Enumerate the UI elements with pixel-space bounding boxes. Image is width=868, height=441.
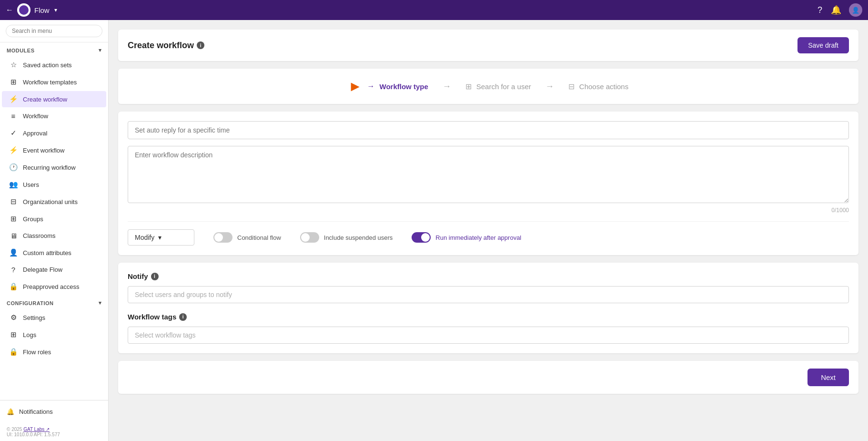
workflow-description-textarea[interactable]	[128, 146, 849, 203]
step-choose-actions[interactable]: ⊟ Choose actions	[568, 82, 628, 91]
delegate-flow-icon: ?	[9, 266, 18, 274]
sidebar-item-flow-roles[interactable]: 🔒 Flow roles	[2, 344, 106, 360]
sidebar-item-label: Settings	[23, 314, 45, 321]
configuration-collapse-icon[interactable]: ▾	[99, 300, 102, 306]
page-header: Create workflow i Save draft	[118, 30, 858, 61]
include-suspended-label: Include suspended users	[324, 234, 393, 241]
step2-icon: ⊞	[465, 82, 472, 91]
workflow-tags-section: Workflow tags i Select workflow tags	[128, 313, 849, 344]
sidebar-item-label: Approval	[23, 130, 47, 137]
step-arrow-1: →	[443, 82, 451, 92]
run-immediately-toggle-group: Run immediately after approval	[412, 232, 521, 243]
sidebar-item-label: Groups	[23, 215, 43, 223]
step-arrow-2: →	[545, 82, 554, 92]
app-title: Flow	[34, 6, 50, 14]
workflow-description-field: 0/1000	[128, 146, 849, 214]
sidebar-item-label: Delegate Flow	[23, 266, 62, 273]
conditional-flow-toggle[interactable]	[213, 232, 232, 243]
run-immediately-label: Run immediately after approval	[435, 234, 521, 241]
notify-card: Notify i Select users and groups to noti…	[118, 263, 858, 353]
sidebar-item-label: Custom attributes	[23, 249, 71, 256]
saved-action-sets-icon: ☆	[9, 61, 18, 69]
recurring-workflow-icon: 🕐	[9, 163, 18, 172]
sidebar-item-label: Organizational units	[23, 198, 78, 205]
sidebar-item-workflow[interactable]: ≡ Workflow	[2, 108, 106, 124]
sidebar-item-label: Workflow templates	[23, 79, 77, 86]
logs-icon: ⊞	[9, 330, 18, 339]
step2-label: Search for a user	[476, 82, 531, 91]
sidebar-item-organizational-units[interactable]: ⊟ Organizational units	[2, 194, 106, 210]
create-workflow-icon: ⚡	[9, 95, 18, 103]
controls-row: Modify ▾ Conditional flow Include suspen…	[128, 221, 849, 246]
steps-bar: ► → Workflow type → ⊞ Search for a user …	[118, 69, 858, 104]
sidebar-item-delegate-flow[interactable]: ? Delegate Flow	[2, 262, 106, 277]
classrooms-icon: 🖥	[9, 232, 18, 240]
next-button[interactable]: Next	[807, 369, 849, 386]
sidebar-search-container	[0, 20, 108, 42]
modify-dropdown[interactable]: Modify ▾	[128, 229, 194, 246]
conditional-flow-toggle-group: Conditional flow	[213, 232, 281, 243]
sidebar-item-logs[interactable]: ⊞ Logs	[2, 327, 106, 343]
sidebar-bottom: 🔔 Notifications	[0, 400, 108, 423]
gat-labs-link[interactable]: GAT Labs ↗	[23, 427, 50, 432]
sidebar-item-workflow-templates[interactable]: ⊞ Workflow templates	[2, 74, 106, 90]
custom-attributes-icon: 👤	[9, 248, 18, 257]
notify-info-icon[interactable]: i	[151, 273, 159, 280]
sidebar-item-label: Saved action sets	[23, 62, 72, 69]
sidebar-item-label: Users	[23, 181, 39, 188]
sidebar-item-preapproved-access[interactable]: 🔒 Preapproved access	[2, 278, 106, 295]
org-units-icon: ⊟	[9, 197, 18, 206]
sidebar-item-saved-action-sets[interactable]: ☆ Saved action sets	[2, 57, 106, 73]
form-card: 0/1000 Modify ▾ Conditional flow Include	[118, 112, 858, 255]
sidebar-item-recurring-workflow[interactable]: 🕐 Recurring workflow	[2, 159, 106, 175]
sidebar-item-label: Logs	[23, 331, 36, 338]
sidebar-item-label: Workflow	[23, 113, 48, 120]
include-suspended-toggle[interactable]	[300, 232, 319, 243]
sidebar-item-event-workflow[interactable]: ⚡ Event workflow	[2, 142, 106, 158]
sidebar-item-settings[interactable]: ⚙ Settings	[2, 309, 106, 326]
flow-roles-icon: 🔒	[9, 348, 18, 356]
page-title-info-icon[interactable]: i	[197, 41, 204, 49]
step-search-user[interactable]: ⊞ Search for a user	[465, 82, 531, 91]
notify-section-title: Notify i	[128, 272, 849, 280]
sidebar-item-label: Recurring workflow	[23, 164, 76, 171]
workflow-tags-select[interactable]: Select workflow tags	[128, 327, 849, 344]
step1-icon: →	[367, 82, 375, 91]
save-draft-button[interactable]: Save draft	[797, 37, 849, 53]
step3-icon: ⊟	[568, 82, 575, 91]
search-input[interactable]	[6, 25, 102, 37]
app-logo	[17, 3, 30, 17]
workflow-name-input[interactable]	[128, 121, 849, 139]
workflow-tags-info-icon[interactable]: i	[179, 313, 187, 321]
sidebar-item-users[interactable]: 👥 Users	[2, 176, 106, 193]
app-chevron-icon[interactable]: ▾	[54, 7, 57, 13]
workflow-tags-title: Workflow tags i	[128, 313, 849, 321]
char-count: 0/1000	[128, 207, 849, 214]
notify-select-placeholder: Select users and groups to notify	[135, 291, 232, 298]
sidebar-item-approval[interactable]: ✓ Approval	[2, 125, 106, 141]
workflow-templates-icon: ⊞	[9, 78, 18, 86]
sidebar-item-create-workflow[interactable]: ⚡ Create workflow	[2, 91, 106, 107]
sidebar-item-groups[interactable]: ⊞ Groups	[2, 211, 106, 227]
users-icon: 👥	[9, 180, 18, 189]
include-suspended-toggle-group: Include suspended users	[300, 232, 393, 243]
step-workflow-type[interactable]: → Workflow type	[367, 82, 428, 91]
groups-icon: ⊞	[9, 215, 18, 223]
notify-select[interactable]: Select users and groups to notify	[128, 286, 849, 303]
help-button[interactable]: ?	[818, 5, 822, 15]
run-immediately-toggle[interactable]	[412, 232, 431, 243]
account-avatar[interactable]: 👤	[849, 3, 862, 17]
sidebar-notifications[interactable]: 🔔 Notifications	[7, 405, 101, 418]
sidebar-item-custom-attributes[interactable]: 👤 Custom attributes	[2, 245, 106, 261]
modules-collapse-icon[interactable]: ▾	[99, 47, 102, 53]
notifications-button[interactable]: 🔔	[831, 5, 841, 15]
sidebar-item-label: Event workflow	[23, 147, 64, 154]
preapproved-access-icon: 🔒	[9, 282, 18, 291]
sidebar-item-classrooms[interactable]: 🖥 Classrooms	[2, 228, 106, 244]
workflow-name-field	[128, 121, 849, 139]
back-button[interactable]: ←	[6, 6, 13, 14]
main-content: Create workflow i Save draft ► → Workflo…	[109, 20, 868, 441]
modules-section-header: MODULES ▾	[0, 42, 108, 56]
workflow-tags-placeholder: Select workflow tags	[135, 331, 196, 339]
step1-arrow-indicator: ►	[348, 78, 363, 94]
